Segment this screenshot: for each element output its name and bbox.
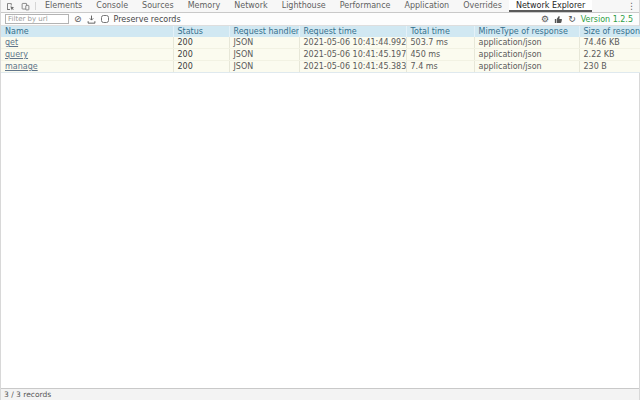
mimetype-cell: application/json [474, 37, 579, 49]
tab-network[interactable]: Network [227, 0, 274, 12]
table-row[interactable]: get 200 JSON 2021-05-06 10:41:44.992 503… [1, 37, 640, 49]
refresh-icon[interactable]: ↻ [568, 15, 576, 24]
handler-cell: JSON [229, 37, 299, 49]
tab-sources[interactable]: Sources [135, 0, 181, 12]
empty-content-area [1, 73, 639, 388]
device-toolbar-icon[interactable] [18, 0, 33, 12]
table-row[interactable]: manage 200 JSON 2021-05-06 10:41:45.383 … [1, 61, 640, 73]
clear-records-icon[interactable]: ⊘ [74, 15, 82, 24]
column-header-name[interactable]: Name [1, 26, 173, 37]
tabbar-divider [35, 2, 36, 10]
network-explorer-toolbar: ⊘ Preserve records ⚙ ↻ Version 1.2.5 [1, 13, 639, 26]
version-label: Version 1.2.5 [581, 15, 633, 24]
tab-label: Memory [188, 1, 221, 10]
column-header-total-time[interactable]: Total time [406, 26, 474, 37]
settings-gear-icon[interactable]: ⚙ [541, 15, 549, 24]
tab-console[interactable]: Console [89, 0, 135, 12]
request-time-cell: 2021-05-06 10:41:45.383 [299, 61, 406, 73]
thumbs-up-icon[interactable] [554, 15, 563, 24]
status-bar: 3 / 3 records [1, 388, 639, 400]
table-header-row: Name Status Request handler Request time… [1, 26, 640, 37]
request-time-cell: 2021-05-06 10:41:44.992 [299, 37, 406, 49]
devtools-window: Elements Console Sources Memory Network … [0, 0, 640, 400]
column-header-status[interactable]: Status [173, 26, 229, 37]
devtools-tabbar: Elements Console Sources Memory Network … [1, 0, 639, 13]
tab-performance[interactable]: Performance [333, 0, 398, 12]
preserve-records-checkbox[interactable] [101, 15, 109, 23]
status-cell: 200 [173, 37, 229, 49]
column-header-mimetype[interactable]: MimeType of response [474, 26, 579, 37]
tab-label: Network [234, 1, 267, 10]
status-cell: 200 [173, 49, 229, 61]
tab-network-explorer[interactable]: Network Explorer [509, 0, 592, 12]
menu-icon[interactable]: ⋮ [624, 0, 639, 12]
table-row[interactable]: query 200 JSON 2021-05-06 10:41:45.197 4… [1, 49, 640, 61]
tab-label: Lighthouse [282, 1, 326, 10]
tab-label: Network Explorer [516, 1, 585, 10]
tab-memory[interactable]: Memory [181, 0, 228, 12]
request-name-link[interactable]: manage [5, 62, 38, 71]
filter-input[interactable] [5, 14, 69, 24]
tab-elements[interactable]: Elements [38, 0, 89, 12]
total-time-cell: 7.4 ms [406, 61, 474, 73]
tab-lighthouse[interactable]: Lighthouse [275, 0, 333, 12]
column-header-request-handler[interactable]: Request handler [229, 26, 299, 37]
tab-label: Application [404, 1, 449, 10]
requests-table: Name Status Request handler Request time… [1, 26, 640, 73]
request-time-cell: 2021-05-06 10:41:45.197 [299, 49, 406, 61]
handler-cell: JSON [229, 61, 299, 73]
request-name-link[interactable]: query [5, 50, 28, 59]
size-cell: 230 B [579, 61, 640, 73]
preserve-records-label: Preserve records [114, 15, 181, 24]
mimetype-cell: application/json [474, 49, 579, 61]
tab-label: Elements [45, 1, 82, 10]
size-cell: 74.46 KB [579, 37, 640, 49]
inspect-element-icon[interactable] [3, 0, 18, 12]
download-icon[interactable] [87, 15, 96, 24]
status-cell: 200 [173, 61, 229, 73]
handler-cell: JSON [229, 49, 299, 61]
total-time-cell: 450 ms [406, 49, 474, 61]
size-cell: 2.22 KB [579, 49, 640, 61]
tab-label: Console [96, 1, 128, 10]
tab-label: Sources [142, 1, 174, 10]
tab-label: Overrides [463, 1, 502, 10]
tab-label: Performance [340, 1, 391, 10]
mimetype-cell: application/json [474, 61, 579, 73]
column-header-size[interactable]: Size of response [579, 26, 640, 37]
tab-application[interactable]: Application [397, 0, 456, 12]
records-count-label: 3 / 3 records [4, 390, 51, 399]
request-name-link[interactable]: get [5, 38, 18, 47]
column-header-request-time[interactable]: Request time [299, 26, 406, 37]
tab-overrides[interactable]: Overrides [456, 0, 509, 12]
total-time-cell: 503.7 ms [406, 37, 474, 49]
